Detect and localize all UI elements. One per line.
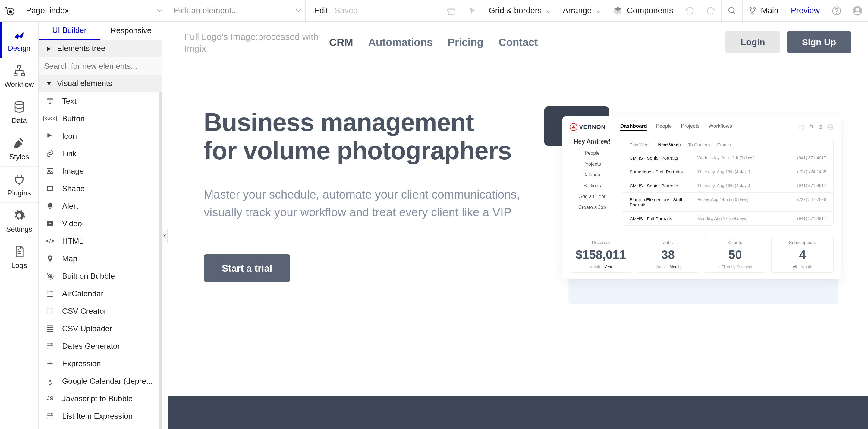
element-icon (44, 165, 56, 177)
logo-placeholder[interactable]: Full Logo's Image:processed with Imgix (184, 31, 329, 54)
element-shape[interactable]: Shape (38, 180, 159, 197)
rail-styles[interactable]: Styles (0, 130, 38, 167)
hero-section: Business management for volume photograp… (167, 54, 868, 282)
gift-icon[interactable] (441, 0, 462, 22)
element-dates-generator[interactable]: Dates Generator (38, 337, 159, 355)
svg-point-1 (9, 10, 12, 13)
hero-title-line2: for volume photographers (204, 136, 532, 165)
element-image[interactable]: Image (38, 162, 159, 180)
element-alert[interactable]: Alert (38, 197, 159, 215)
element-built-on-bubble[interactable]: Built on Bubble (38, 267, 159, 285)
element-html[interactable]: </>HTML (38, 232, 159, 250)
element-icon: JS (44, 393, 56, 405)
bubble-logo[interactable] (0, 0, 19, 22)
hero-title-line1: Business management (204, 108, 532, 136)
element-picker[interactable]: Pick an element... (167, 0, 306, 22)
nav-contact[interactable]: Contact (498, 36, 538, 48)
panel-tabs: UI Builder Responsive (38, 22, 162, 40)
tab-responsive[interactable]: Responsive (100, 22, 162, 39)
grid-borders-menu[interactable]: Grid & borders (483, 0, 557, 22)
element-text[interactable]: Text (38, 92, 159, 110)
branch-menu[interactable]: Main (742, 0, 784, 22)
signup-button[interactable]: Sign Up (787, 31, 851, 53)
element-icon (44, 322, 56, 335)
hero-image[interactable]: VERNON DashboardPeopleProjectsWorkflows … (550, 108, 832, 282)
rail-data[interactable]: Data (0, 94, 38, 130)
dash-body: Hey Andrew! PeopleProjectsCalendarSettin… (569, 133, 834, 231)
nav-pricing[interactable]: Pricing (448, 36, 484, 48)
arrange-label: Arrange (563, 6, 592, 16)
element-icon (44, 95, 56, 107)
element-icon (44, 147, 56, 160)
element-button[interactable]: CLICKButton (38, 110, 159, 127)
element-google-calendar-depre-[interactable]: gGoogle Calendar (depre... (38, 372, 159, 390)
element-aircalendar[interactable]: AirCalendar (38, 285, 159, 302)
element-list-item-expression[interactable]: List Item Expression (38, 407, 159, 425)
components-label: Components (627, 6, 673, 16)
help-button[interactable] (826, 0, 847, 22)
element-label: Google Calendar (depre... (62, 376, 153, 386)
elements-tree-label: Elements tree (57, 44, 105, 53)
start-trial-button[interactable]: Start a trial (204, 254, 290, 282)
element-expression[interactable]: Expression (38, 355, 159, 372)
cursor-icon[interactable] (462, 0, 483, 22)
chevron-right-icon: ▸ (47, 44, 51, 53)
elements-tree-header[interactable]: ▸ Elements tree (38, 40, 162, 57)
account-button[interactable] (847, 0, 868, 22)
redo-button[interactable] (700, 0, 721, 22)
visual-elements-header[interactable]: ▾ Visual elements (38, 75, 162, 92)
dashboard-mockup: VERNON DashboardPeopleProjectsWorkflows … (562, 116, 841, 279)
arrange-menu[interactable]: Arrange (557, 0, 607, 22)
rail-logs[interactable]: Logs (0, 239, 38, 275)
edit-label[interactable]: Edit (314, 6, 328, 16)
dash-tab: To Confirm (688, 142, 710, 147)
elements-list[interactable]: TextCLICKButtonIconLinkImageShapeAlertVi… (38, 92, 162, 429)
preview-button[interactable]: Preview (784, 0, 826, 22)
element-csv-creator[interactable]: CSV Creator (38, 302, 159, 320)
dash-side-item: Settings (584, 183, 601, 189)
dash-side-item: Calendar (582, 172, 602, 178)
rail-plugins[interactable]: Plugins (0, 167, 38, 203)
search-button[interactable] (721, 0, 742, 22)
hero-subtitle[interactable]: Master your schedule, automate your clie… (204, 186, 532, 221)
nav-crm[interactable]: CRM (329, 36, 353, 48)
element-csv-uploader[interactable]: CSV Uploader (38, 320, 159, 337)
components-button[interactable]: Components (607, 0, 679, 22)
login-button[interactable]: Login (725, 31, 780, 53)
dash-row: CMHS - Senior PortraitsWednesday, Aug 12… (622, 151, 833, 165)
undo-button[interactable] (679, 0, 700, 22)
design-canvas[interactable]: Full Logo's Image:processed with Imgix C… (167, 22, 868, 429)
dash-sidebar: Hey Andrew! PeopleProjectsCalendarSettin… (569, 138, 615, 226)
page-selector-label: Page: index (26, 6, 69, 16)
tab-ui-builder[interactable]: UI Builder (38, 22, 100, 39)
element-icon[interactable]: Icon (38, 127, 159, 145)
dash-side-item: People (585, 150, 600, 156)
element-icon: CLICK (44, 113, 56, 124)
element-search-input[interactable] (44, 61, 156, 71)
element-list-of-numbers[interactable]: ⋯List of Numbers (38, 425, 159, 429)
element-label: Link (62, 149, 76, 159)
dash-row: Sutherland - Staff PortraitsThursday, Au… (622, 165, 833, 179)
rail-workflow[interactable]: Workflow (0, 58, 38, 94)
svg-rect-13 (18, 65, 21, 68)
element-map[interactable]: Map (38, 250, 159, 267)
element-link[interactable]: Link (38, 145, 159, 162)
element-icon (44, 182, 56, 195)
metric-card: Jobs38WeekMonth (637, 236, 699, 273)
page-selector[interactable]: Page: index (19, 0, 167, 22)
nav-automations[interactable]: Automations (368, 36, 433, 48)
dash-row: Blanton Elementary - Staff PortraitsFrid… (622, 193, 833, 211)
element-video[interactable]: Video (38, 215, 159, 232)
rail-settings[interactable]: Settings (0, 203, 38, 239)
dash-main: This WeekNext WeekTo ConfirmEmails CMHS … (622, 138, 834, 226)
rail-design[interactable]: Design (0, 22, 38, 58)
rail-label: Logs (11, 261, 27, 270)
dash-nav-item: Workflows (709, 123, 732, 131)
svg-rect-28 (47, 413, 53, 419)
panel-collapse-toggle[interactable] (162, 229, 167, 244)
dash-row: CMHS - Fall PortraitsMonday, Aug 17th (9… (622, 211, 833, 225)
rail-label: Data (11, 116, 27, 125)
element-javascript-to-bubble[interactable]: JSJavascript to Bubble (38, 390, 159, 407)
hero-title[interactable]: Business management for volume photograp… (204, 108, 532, 165)
page-footer-strip[interactable] (167, 396, 868, 429)
